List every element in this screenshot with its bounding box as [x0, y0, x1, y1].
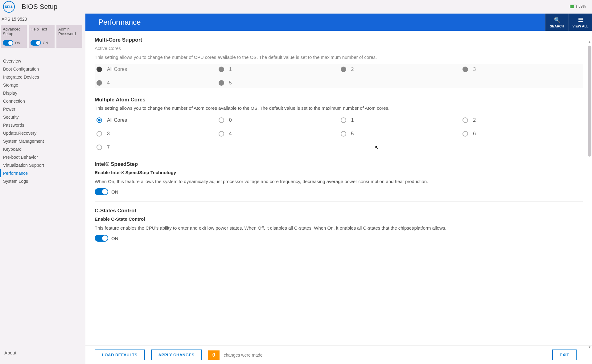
sidebar-nav: OverviewBoot ConfigurationIntegrated Dev… [0, 57, 85, 185]
toggle-speedstep[interactable] [95, 188, 108, 195]
section-cstates-sub: Enable C-State Control [95, 216, 583, 222]
battery-percent: 59% [578, 4, 586, 9]
radio-icon [97, 131, 102, 137]
sidebar-item-update-recovery[interactable]: Update,Recovery [0, 129, 85, 137]
exit-button[interactable]: EXIT [552, 350, 577, 360]
footer-bar: LOAD DEFAULTS APPLY CHANGES 0 changes we… [85, 346, 592, 364]
top-bar: DELL BIOS Setup 59% [0, 0, 592, 14]
sidebar-item-system-logs[interactable]: System Logs [0, 177, 85, 185]
changes-count-badge: 0 [208, 350, 220, 360]
sidebar-item-display[interactable]: Display [0, 89, 85, 97]
radio-label: 4 [107, 80, 110, 86]
changes-text: changes were made [224, 353, 263, 358]
sidebar-item-storage[interactable]: Storage [0, 81, 85, 89]
card-label: Help Text [31, 27, 53, 31]
radio-option[interactable]: 4 [217, 131, 339, 137]
battery-icon [570, 5, 577, 8]
card-label: Advanced Setup [3, 27, 25, 36]
section-atom-desc: This setting allows you to change the nu… [95, 105, 583, 111]
apply-changes-button[interactable]: APPLY CHANGES [151, 350, 202, 360]
radio-group-atom-cores: All Cores01234567 [95, 115, 583, 153]
card-advanced-setup[interactable]: Advanced Setup ON [1, 25, 27, 48]
section-cstates-title: C-States Control [95, 208, 583, 214]
radio-icon [97, 80, 102, 86]
scroll-down-icon[interactable]: ▼ [587, 346, 592, 350]
radio-label: 5 [229, 80, 232, 86]
main-header: Performance 🔍 SEARCH ☰ VIEW ALL [85, 14, 592, 31]
sidebar: XPS 15 9520 Advanced Setup ON Help Text … [0, 14, 85, 364]
radio-label: 3 [473, 67, 476, 72]
scroll-thumb[interactable] [588, 46, 591, 157]
sidebar-item-keyboard[interactable]: Keyboard [0, 145, 85, 153]
radio-icon [341, 131, 346, 137]
dell-logo-icon: DELL [3, 1, 15, 13]
radio-icon [97, 67, 102, 72]
radio-icon [341, 67, 346, 72]
sidebar-item-virtualization-support[interactable]: Virtualization Support [0, 161, 85, 169]
radio-icon [97, 145, 102, 150]
sidebar-item-power[interactable]: Power [0, 105, 85, 113]
sliders-icon: ☰ [578, 17, 583, 23]
toggle-advanced-setup[interactable] [3, 40, 13, 46]
radio-option[interactable]: 0 [217, 117, 339, 123]
sidebar-item-system-management[interactable]: System Management [0, 137, 85, 145]
radio-icon [462, 131, 468, 137]
card-help-text[interactable]: Help Text ON [29, 25, 55, 48]
radio-option[interactable]: 2 [461, 117, 583, 123]
sidebar-item-boot-configuration[interactable]: Boot Configuration [0, 65, 85, 73]
radio-icon [219, 67, 224, 72]
toggle-help-text[interactable] [31, 40, 41, 46]
sidebar-item-connection[interactable]: Connection [0, 97, 85, 105]
sidebar-item-performance[interactable]: Performance [0, 169, 85, 177]
radio-option[interactable]: 2 [339, 67, 461, 72]
radio-option[interactable]: All Cores [95, 67, 217, 72]
radio-option[interactable]: 3 [95, 131, 217, 137]
radio-label: 5 [351, 131, 354, 137]
radio-label: 4 [229, 131, 232, 137]
radio-label: All Cores [107, 67, 127, 72]
radio-icon [97, 117, 102, 123]
vertical-scrollbar[interactable]: ▲ ▼ [587, 44, 592, 346]
radio-label: 0 [229, 117, 232, 123]
section-cstates-desc: This feature enables the CPU's ability t… [95, 225, 583, 231]
card-admin-password[interactable]: Admin Password [56, 25, 82, 48]
toggle-cstates[interactable] [95, 235, 108, 242]
radio-label: 1 [229, 67, 232, 72]
device-model: XPS 15 9520 [0, 14, 85, 25]
radio-label: 2 [351, 67, 354, 72]
toggle-speedstep-state: ON [111, 189, 118, 194]
about-link[interactable]: About [4, 350, 16, 355]
load-defaults-button[interactable]: LOAD DEFAULTS [95, 350, 145, 360]
radio-option[interactable]: 5 [217, 80, 339, 86]
sidebar-item-integrated-devices[interactable]: Integrated Devices [0, 73, 85, 81]
radio-icon [219, 117, 224, 123]
search-button[interactable]: 🔍 SEARCH [545, 14, 569, 31]
battery-status: 59% [570, 4, 586, 9]
radio-option[interactable]: 1 [339, 117, 461, 123]
radio-option[interactable]: 4 [95, 80, 217, 86]
radio-icon [462, 67, 468, 72]
radio-option[interactable]: 3 [461, 67, 583, 72]
radio-option[interactable]: All Cores [95, 117, 217, 123]
sidebar-item-passwords[interactable]: Passwords [0, 121, 85, 129]
radio-option[interactable]: 7 [95, 145, 217, 150]
sidebar-cards: Advanced Setup ON Help Text ON Admin Pas… [0, 25, 85, 48]
toggle-cstates-state: ON [111, 236, 118, 241]
section-speedstep-desc: When On, this feature allows the system … [95, 179, 583, 184]
radio-option[interactable]: 5 [339, 131, 461, 137]
divider [95, 201, 583, 202]
radio-icon [462, 117, 468, 123]
radio-option[interactable]: 1 [217, 67, 339, 72]
sidebar-item-overview[interactable]: Overview [0, 57, 85, 65]
radio-label: 6 [473, 131, 476, 137]
scroll-up-icon[interactable]: ▲ [587, 40, 592, 44]
radio-label: 1 [351, 117, 354, 123]
sidebar-item-pre-boot-behavior[interactable]: Pre-boot Behavior [0, 153, 85, 161]
app-title: BIOS Setup [22, 3, 57, 11]
radio-option[interactable]: 6 [461, 131, 583, 137]
radio-icon [219, 80, 224, 86]
section-multicore-title: Multi-Core Support [95, 37, 583, 43]
sidebar-item-security[interactable]: Security [0, 113, 85, 121]
section-speedstep-sub: Enable Intel® SpeedStep Technology [95, 170, 583, 175]
view-all-button[interactable]: ☰ VIEW ALL [569, 14, 592, 31]
